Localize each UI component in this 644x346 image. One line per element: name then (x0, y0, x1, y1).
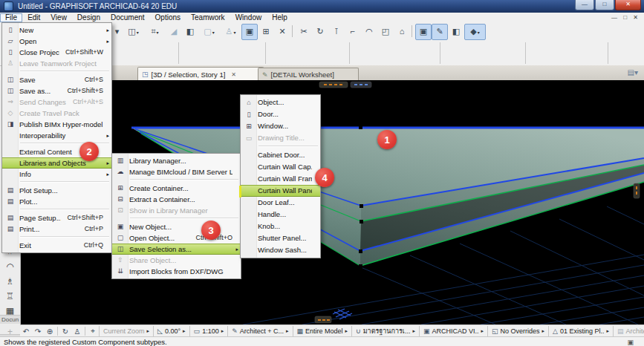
dimension-standard-control[interactable]: ∪มาตรฐานการเ...▸ (351, 326, 419, 336)
pan-handle-top[interactable] (319, 82, 348, 88)
explore-icon[interactable]: ♙ (71, 327, 83, 336)
measure-button[interactable]: ⊺ (328, 24, 345, 40)
current-zoom-control[interactable]: Current Zoom▸ (99, 326, 153, 336)
redo-view-icon[interactable]: ↷ (32, 327, 44, 336)
menubar-item-view[interactable]: View (45, 13, 72, 22)
pan-handle-bottom[interactable] (315, 316, 331, 323)
menubar-item-window[interactable]: Window (230, 13, 267, 22)
close-button[interactable]: ✕ (615, 0, 641, 10)
renovation-filter-control[interactable]: △01 Existing Pl..▸ (548, 326, 613, 336)
overlay-button[interactable]: ◧ (448, 24, 464, 40)
menu-item-window[interactable]: ⊞Window... (241, 120, 320, 132)
menu-item-plot-setup[interactable]: ▤Plot Setup... (2, 185, 111, 196)
menu-item-info[interactable]: Info▸ (2, 169, 111, 180)
tab-3d-selection[interactable]: ◳ [3D / Selection, Story 1] ✕ (137, 67, 264, 81)
marker-button[interactable]: ▢▾ (198, 24, 220, 40)
menu-item-save-as[interactable]: ◫Save as...Ctrl+Shift+S (2, 85, 111, 97)
menu-item-new[interactable]: ▯New▸ (2, 25, 111, 36)
menu-item-knob[interactable]: Knob... (241, 221, 320, 232)
menu-item-manage-bimcloud[interactable]: ☁Manage BIMcloud / BIM Server Libraries.… (112, 166, 241, 177)
menu-item-window-sash[interactable]: Window Sash... (241, 244, 320, 256)
close-tool-button[interactable]: ✕ (274, 24, 290, 40)
tab-detail-worksheet[interactable]: ✎ [DETAIL Worksheet] (258, 68, 359, 81)
pan-handle-top-2[interactable] (351, 82, 371, 88)
menu-item-create-container[interactable]: ⊞Create Container... (112, 183, 241, 194)
fill-style-button[interactable]: ◆▾ (464, 24, 486, 40)
pen-set-control[interactable]: ✎Architect + C...▸ (227, 326, 292, 336)
split-button[interactable]: ✂ (296, 24, 312, 40)
menu-item-save[interactable]: ◫SaveCtrl+S (2, 74, 111, 85)
menu-item-extract-a-container[interactable]: ⊟Extract a Container... (112, 194, 241, 205)
model-view-options-control[interactable]: ▣ARCHICAD VI..▸ (419, 326, 487, 336)
restore-button[interactable]: □ (595, 0, 614, 10)
orientation-control[interactable]: ◺0.00°▸ (153, 326, 189, 336)
menu-item-interoperability[interactable]: Interoperability▸ (2, 130, 111, 141)
menu-item-curtain-wall-cap[interactable]: Curtain Wall Cap... (241, 161, 320, 173)
menu-item-show-in-library-manager[interactable]: ⊡Show in Library Manager (112, 205, 241, 216)
menubar-item-edit[interactable]: Edit (22, 13, 45, 22)
object-tool[interactable]: ♗ (2, 275, 18, 288)
menubar-item-document[interactable]: Document (105, 13, 150, 22)
view-frame-button[interactable]: ▣ (415, 24, 432, 40)
menu-item-create-travel-pack[interactable]: ◇Create Travel Pack (2, 108, 111, 119)
menu-item-plot[interactable]: ▤Plot... (2, 196, 111, 207)
menu-item-print[interactable]: ▤Print...Ctrl+P (2, 223, 111, 235)
menu-item-save-selection-as[interactable]: ◫Save Selection as...▸ (112, 244, 241, 255)
menu-item-import-blocks-dxf-dwg[interactable]: ⇊Import Blocks from DXF/DWG (112, 266, 241, 277)
menu-item-shutter-panel[interactable]: Shutter Panel... (241, 232, 320, 244)
menu-item-leave-teamwork-project[interactable]: ♙Leave Teamwork Project (2, 58, 111, 69)
layers-button[interactable]: ▣ (241, 24, 258, 40)
orbit-icon[interactable]: ↻ (59, 327, 71, 336)
menu-item-drawing-title[interactable]: ▭Drawing Title... (241, 132, 320, 144)
menu-item-open[interactable]: ▱Open▸ (2, 36, 111, 47)
menu-item-handle[interactable]: Handle... (241, 209, 320, 221)
menu-item-exit[interactable]: ExitCtrl+Q (2, 240, 111, 251)
document-window-controls[interactable]: — □ ✕ (611, 14, 640, 21)
rotate-button[interactable]: ↻ (312, 24, 328, 40)
menu-item-curtain-wall-frame[interactable]: Curtain Wall Frame... (241, 173, 320, 185)
wall-reference-button[interactable]: ◧ (182, 24, 198, 40)
grid-snap-button[interactable]: ⌗▾ (144, 24, 166, 40)
menu-item-share-object[interactable]: ⇧Share Object... (112, 255, 241, 266)
arc-button[interactable]: ◠ (361, 24, 377, 40)
lamp-tool[interactable]: ♖ (2, 290, 18, 303)
menu-item-cabinet-door[interactable]: Cabinet Door... (241, 149, 320, 161)
roof-button[interactable]: ⌂ (394, 24, 410, 40)
scale-control[interactable]: ▭1:100▸ (189, 326, 228, 336)
window-layout-icon[interactable]: ▣ (627, 338, 634, 346)
menu-item-library-manager[interactable]: ▥Library Manager... (112, 155, 241, 166)
menu-item-send-changes[interactable]: ⇒Send ChangesCtrl+Alt+S (2, 97, 111, 108)
optimize-zoom-icon[interactable]: ⌖ (87, 327, 99, 336)
menubar-item-design[interactable]: Design (72, 13, 105, 22)
zoom-in-icon[interactable]: ⊕ (44, 327, 56, 336)
menu-item-door[interactable]: ▯Door... (241, 108, 320, 120)
menu-item-object[interactable]: ⌂Object... (241, 97, 320, 108)
partial-structure-control[interactable]: ▦Entire Model▸ (293, 326, 352, 336)
graphic-overrides-control[interactable]: ◱No Overrides▸ (487, 326, 548, 336)
frame-button[interactable]: ◰ (377, 24, 394, 40)
menubar-item-options[interactable]: Options (150, 13, 186, 22)
gravity-button[interactable]: ◢ (166, 24, 182, 40)
menubar-item-file[interactable]: File (0, 13, 22, 22)
menu-item-page-setup[interactable]: ▤Page Setup...Ctrl+Shift+P (2, 212, 111, 223)
minimize-button[interactable]: — (575, 0, 594, 10)
menubar-item-teamwork[interactable]: Teamwork (186, 13, 230, 22)
menu-item-door-leaf[interactable]: Door Leaf... (241, 197, 320, 209)
undo-view-icon[interactable]: ↶ (20, 327, 32, 336)
menubar-item-help[interactable]: Help (267, 13, 293, 22)
shell-tool[interactable]: ◠ (2, 260, 18, 273)
tab-list-icon[interactable]: ▤▾ (628, 68, 638, 76)
favorites-combo-button[interactable]: ◫▾ (123, 24, 144, 40)
markup-pen-button[interactable]: ✎ (432, 24, 448, 40)
marquee-combo-arrow-button[interactable]: ▾ (111, 24, 123, 40)
corner-button[interactable]: ⌐ (345, 24, 361, 40)
layer-combination-control[interactable]: ▤Architectural▸ (613, 326, 644, 336)
menu-item-publish-bimx-hyper-model[interactable]: ◨Publish BIMx Hyper-model... (2, 119, 111, 130)
menu-item-curtain-wall-panel[interactable]: Curtain Wall Panel... (241, 185, 320, 197)
quick-dimensions-button[interactable]: ⊞ (258, 24, 274, 40)
pan-handle-right[interactable] (634, 183, 640, 198)
suspend-groups-button[interactable]: ♙▾ (220, 24, 241, 40)
menu-item-new-object[interactable]: ▣New Object... (112, 221, 241, 232)
menu-item-close-project[interactable]: ▯Close ProjectCtrl+Shift+W (2, 47, 111, 58)
title-bar[interactable]: Untitled - GRAPHISOFT ARCHICAD-64 20 EDU… (0, 0, 644, 13)
